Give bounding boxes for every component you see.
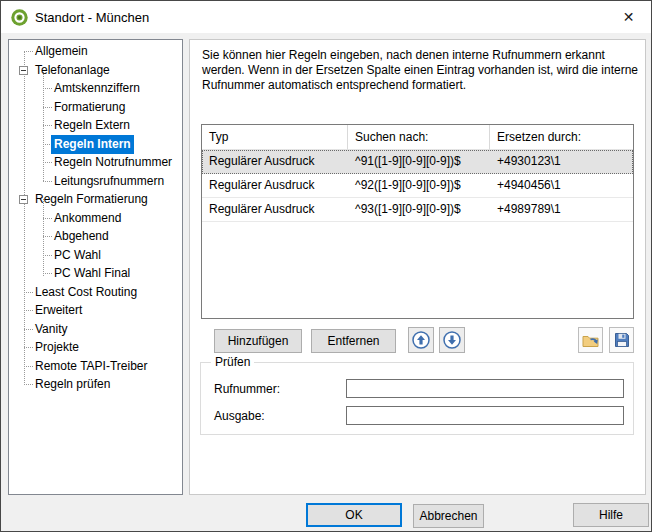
tree-item-label[interactable]: Regeln Notrufnummer — [51, 153, 175, 172]
ausgabe-input[interactable] — [346, 406, 624, 425]
dialog-standort-muenchen: Standort - München ✕ AllgemeinTelefonanl… — [0, 0, 652, 532]
move-up-button[interactable] — [408, 327, 434, 353]
tree-item-label[interactable]: Allgemein — [32, 42, 91, 61]
tree-item-label[interactable]: Regeln Intern — [51, 135, 134, 154]
cell-type: Regulärer Ausdruck — [202, 198, 348, 221]
window-title: Standort - München — [35, 10, 149, 25]
column-header-typ[interactable]: Typ — [202, 125, 348, 150]
tree-item-label[interactable]: Projekte — [32, 338, 82, 357]
tree-item-projekte[interactable]: Projekte — [9, 338, 182, 357]
cell-type: Regulärer Ausdruck — [202, 174, 348, 197]
cell-search: ^91([1-9][0-9][0-9])$ — [348, 150, 490, 173]
tree-view: AllgemeinTelefonanlageAmtskennziffernFor… — [8, 39, 183, 495]
cell-replace: +4989789\1 — [490, 198, 633, 221]
collapse-minus-icon[interactable] — [19, 66, 28, 75]
tree-item-regeln-extern[interactable]: Regeln Extern — [9, 116, 182, 135]
tree-item-label[interactable]: Regeln prüfen — [32, 375, 113, 394]
tree-item-least-cost-routing[interactable]: Least Cost Routing — [9, 283, 182, 302]
tree-item-pc-wahl-final[interactable]: PC Wahl Final — [9, 264, 182, 283]
close-button[interactable]: ✕ — [606, 1, 651, 32]
titlebar: Standort - München ✕ — [1, 1, 651, 33]
tree-item-label[interactable]: Regeln Formatierung — [32, 190, 151, 209]
tree-item-label[interactable]: Erweitert — [32, 301, 85, 320]
move-down-button[interactable] — [439, 327, 465, 353]
abbrechen-button[interactable]: Abbrechen — [413, 504, 484, 528]
column-header-suchen[interactable]: Suchen nach: — [348, 125, 490, 150]
move-down-icon — [442, 330, 462, 350]
tree-item-label[interactable]: Regeln Extern — [51, 116, 133, 135]
tree-item-label[interactable]: Abgehend — [51, 227, 112, 246]
collapse-minus-icon[interactable] — [19, 195, 28, 204]
pruefen-group-title: Prüfen — [211, 355, 254, 369]
tree-item-telefonanlage[interactable]: Telefonanlage — [9, 61, 182, 80]
tree-item-label[interactable]: Amtskennziffern — [51, 79, 143, 98]
tree-item-leitungsrufnummern[interactable]: Leitungsrufnummern — [9, 172, 182, 191]
entfernen-button[interactable]: Entfernen — [311, 329, 396, 353]
save-icon — [613, 331, 631, 349]
table-header-row: Typ Suchen nach: Ersetzen durch: — [202, 125, 633, 150]
tree-item-regeln-formatierung[interactable]: Regeln Formatierung — [9, 190, 182, 209]
tree-item-label[interactable]: Telefonanlage — [32, 61, 113, 80]
tree-item-remote-tapi-treiber[interactable]: Remote TAPI-Treiber — [9, 357, 182, 376]
tree-item-erweitert[interactable]: Erweitert — [9, 301, 182, 320]
cell-type: Regulärer Ausdruck — [202, 150, 348, 173]
hinzufuegen-button[interactable]: Hinzufügen — [214, 329, 302, 353]
tree-item-regeln-notrufnummer[interactable]: Regeln Notrufnummer — [9, 153, 182, 172]
settings-panel: Sie können hier Regeln eingeben, nach de… — [189, 39, 646, 495]
import-folder-icon — [581, 331, 600, 350]
tree-item-regeln-intern[interactable]: Regeln Intern — [9, 135, 182, 154]
tree-item-label[interactable]: Least Cost Routing — [32, 283, 140, 302]
save-button[interactable] — [609, 327, 634, 353]
tree-item-formatierung[interactable]: Formatierung — [9, 98, 182, 117]
tree-item-pc-wahl[interactable]: PC Wahl — [9, 246, 182, 265]
hilfe-button[interactable]: Hilfe — [573, 503, 649, 527]
cell-search: ^92([1-9][0-9][0-9])$ — [348, 174, 490, 197]
ok-button[interactable]: OK — [306, 503, 402, 527]
rules-table[interactable]: Typ Suchen nach: Ersetzen durch: Regulär… — [201, 124, 634, 319]
ausgabe-label: Ausgabe: — [214, 409, 265, 423]
rufnummer-input[interactable] — [346, 379, 624, 398]
tree-item-label[interactable]: PC Wahl Final — [51, 264, 133, 283]
column-header-ersetzen[interactable]: Ersetzen durch: — [490, 125, 633, 150]
cell-replace: +4940456\1 — [490, 174, 633, 197]
table-row[interactable]: Regulärer Ausdruck^91([1-9][0-9][0-9])$+… — [202, 150, 633, 174]
tree-item-label[interactable]: PC Wahl — [51, 246, 104, 265]
rufnummer-label: Rufnummer: — [214, 382, 280, 396]
cell-replace: +4930123\1 — [490, 150, 633, 173]
tree-item-label[interactable]: Formatierung — [51, 98, 128, 117]
move-up-icon — [411, 330, 431, 350]
page-description: Sie können hier Regeln eingeben, nach de… — [202, 48, 639, 93]
import-button[interactable] — [578, 327, 603, 353]
app-icon — [11, 9, 28, 26]
tree-item-amtskennziffern[interactable]: Amtskennziffern — [9, 79, 182, 98]
tree-item-abgehend[interactable]: Abgehend — [9, 227, 182, 246]
tree-item-allgemein[interactable]: Allgemein — [9, 42, 182, 61]
tree-item-vanity[interactable]: Vanity — [9, 320, 182, 339]
cell-search: ^93([1-9][0-9][0-9])$ — [348, 198, 490, 221]
tree-item-label[interactable]: Vanity — [32, 320, 70, 339]
table-row[interactable]: Regulärer Ausdruck^93([1-9][0-9][0-9])$+… — [202, 198, 633, 222]
pruefen-groupbox: Prüfen Rufnummer: Ausgabe: — [200, 362, 634, 435]
tree-item-label[interactable]: Ankommend — [51, 209, 124, 228]
tree-item-label[interactable]: Leitungsrufnummern — [51, 172, 167, 191]
tree-item-ankommend[interactable]: Ankommend — [9, 209, 182, 228]
table-row[interactable]: Regulärer Ausdruck^92([1-9][0-9][0-9])$+… — [202, 174, 633, 198]
tree-item-label[interactable]: Remote TAPI-Treiber — [32, 357, 150, 376]
tree-item-regeln-prüfen[interactable]: Regeln prüfen — [9, 375, 182, 394]
